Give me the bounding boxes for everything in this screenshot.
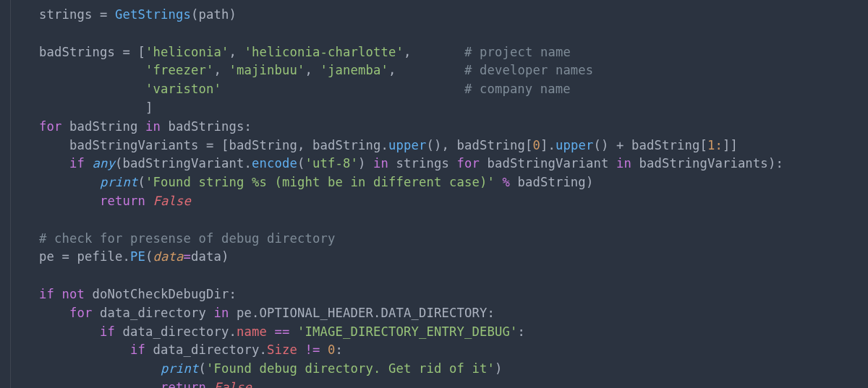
identifier: strings (396, 156, 448, 171)
identifier: badStringVariants (639, 156, 767, 171)
operator: = (92, 7, 115, 22)
comma: , (297, 138, 312, 152)
builtin-call: any (93, 156, 116, 171)
string-literal: 'heliconia' (145, 45, 229, 59)
identifier: strings (39, 7, 92, 22)
comma: , (213, 63, 229, 77)
operator: = (198, 138, 221, 152)
keyword: if (130, 342, 145, 357)
dot: . (252, 306, 260, 320)
comma: , (229, 45, 244, 59)
identifier: badString (229, 138, 297, 152)
boolean-literal: False (153, 194, 191, 208)
identifier: badStringVariant (123, 156, 244, 171)
gutter (10, 0, 21, 388)
method-call: upper (388, 138, 427, 152)
code-editor[interactable]: strings = GetStrings(path) badStrings = … (0, 0, 868, 388)
dot: . (123, 249, 131, 264)
colon: : (229, 287, 237, 301)
identifier: badString (631, 138, 699, 152)
paren: ) (434, 138, 442, 152)
comma: , (305, 63, 320, 77)
comma: , (404, 45, 412, 59)
colon: : (775, 156, 783, 171)
identifier: pefile (77, 249, 123, 264)
string-literal: 'IMAGE_DIRECTORY_ENTRY_DEBUG' (297, 324, 517, 339)
identifier: pe (237, 306, 252, 320)
paren: ) (586, 175, 594, 189)
comment: # company name (464, 82, 571, 96)
operator: = (54, 249, 77, 264)
string-literal: 'majinbuu' (229, 63, 305, 77)
string-literal: 'freezer' (145, 63, 213, 77)
attribute: Size (267, 342, 297, 357)
paren: ( (426, 138, 434, 152)
paren: ( (137, 175, 145, 189)
method-call: encode (252, 156, 297, 171)
identifier: OPTIONAL_HEADER (259, 306, 373, 320)
operator: = (184, 249, 192, 264)
paren: ) (358, 156, 366, 171)
dot: . (229, 324, 237, 339)
bracket: ] (730, 138, 738, 152)
identifier: badString (69, 119, 137, 134)
dot: . (373, 306, 381, 320)
identifier: badStringVariants (69, 138, 198, 152)
paren: ( (191, 7, 199, 22)
slice: 1: (707, 138, 723, 152)
identifier: data_directory (153, 342, 259, 357)
string-literal: 'Found string %s (might be in different … (145, 175, 495, 189)
paren: ( (145, 249, 153, 264)
identifier: DATA_DIRECTORY (380, 306, 487, 320)
paren: ( (198, 361, 206, 376)
colon: : (335, 342, 343, 357)
operator: == (267, 324, 297, 339)
string-literal: 'utf-8' (305, 156, 357, 171)
string-literal: 'Found debug directory. Get rid of it' (206, 361, 495, 376)
attribute: name (237, 324, 267, 339)
identifier: badString (456, 138, 524, 152)
identifier: badStrings (39, 45, 115, 59)
bracket: ] (723, 138, 731, 152)
kwarg: data (153, 249, 184, 264)
method-call: upper (556, 138, 594, 152)
paren: ) (221, 249, 229, 264)
identifier: data (191, 249, 221, 264)
identifier: pe (39, 249, 54, 264)
dot: . (244, 156, 252, 171)
operator: % (495, 175, 518, 189)
identifier: badStringVariant (487, 156, 608, 171)
string-literal: 'variston' (145, 82, 221, 96)
identifier: data_directory (100, 306, 206, 320)
string-literal: 'heliconia-charlotte' (244, 45, 403, 59)
identifier: data_directory (122, 324, 229, 339)
dot: . (380, 138, 388, 152)
dot: . (548, 138, 556, 152)
paren: ( (115, 156, 123, 171)
bracket: [ (137, 45, 145, 59)
dot: . (259, 342, 267, 357)
code-block[interactable]: strings = GetStrings(path) badStrings = … (39, 6, 868, 388)
colon: : (244, 119, 252, 134)
bracket: ] (145, 100, 153, 115)
keyword: if (39, 287, 54, 301)
keyword: return (100, 194, 145, 208)
string-literal: 'janemba' (320, 63, 388, 77)
paren: ) (495, 361, 503, 376)
keyword: if (100, 324, 115, 339)
paren: ) (229, 7, 237, 22)
keyword: in (616, 156, 631, 171)
function-call: GetStrings (115, 7, 191, 22)
identifier: badString (517, 175, 585, 189)
keyword: for (456, 156, 480, 171)
number-literal: 0 (532, 138, 540, 152)
keyword: return (161, 380, 206, 388)
builtin-call: print (161, 361, 199, 376)
paren: ) (768, 156, 776, 171)
builtin-call: print (100, 175, 138, 189)
operator: != (297, 342, 328, 357)
colon: : (487, 306, 495, 320)
keyword: not (62, 287, 85, 301)
colon: : (517, 324, 525, 339)
paren: ( (297, 156, 305, 171)
